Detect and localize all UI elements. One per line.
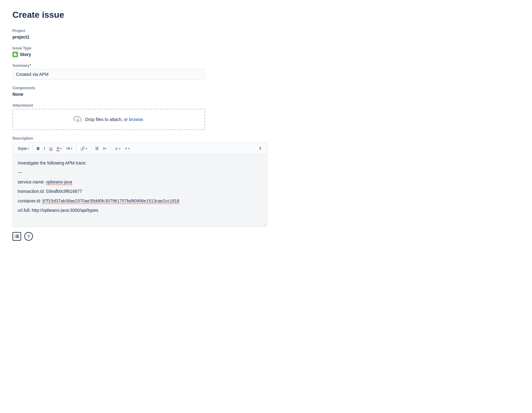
expand-icon: ⇑ <box>259 146 262 151</box>
description-editor: Style ▾ B I U A ▾ ᵃA ▾ 🔗 ▾ ☰ <box>12 142 267 227</box>
upload-cloud-icon <box>73 116 82 123</box>
components-label: Components <box>12 86 267 90</box>
italic-button[interactable]: I <box>42 145 47 152</box>
attachment-field: Attachment Drop files to attach, or brow… <box>12 103 267 130</box>
footer-icons: ? <box>12 232 267 241</box>
attachment-drop-zone[interactable]: Drop files to attach, or browse. <box>12 109 205 130</box>
bullet-list-button[interactable]: ☰ <box>93 145 101 152</box>
description-label: Description <box>12 136 267 141</box>
emoji-button[interactable]: ☺ ▾ <box>112 145 122 152</box>
list-icon <box>15 234 19 238</box>
editor-content-area[interactable]: Investigate the following APM trace: ---… <box>13 155 267 221</box>
bold-button[interactable]: B <box>35 145 41 152</box>
required-indicator: * <box>30 63 31 68</box>
issue-type-row: Story <box>12 52 267 57</box>
svg-rect-0 <box>15 235 15 235</box>
description-line-container: container.id: 87f15d37ab38ae2370ae35dd0f… <box>18 197 262 204</box>
insert-button[interactable]: + ▾ <box>123 145 131 152</box>
svg-rect-3 <box>16 236 19 237</box>
help-button[interactable]: ? <box>24 232 33 241</box>
font-size-button[interactable]: ᵃA ▾ <box>64 145 74 152</box>
project-label: Project <box>12 29 267 33</box>
emoji-icon: ☺ <box>114 146 118 151</box>
style-chevron-icon: ▾ <box>27 147 29 150</box>
resize-handle[interactable]: ⌟ <box>13 221 267 227</box>
emoji-chevron-icon: ▾ <box>119 147 121 150</box>
issue-type-value: Story <box>20 52 31 57</box>
issue-type-label: Issue Type <box>12 46 267 50</box>
plus-icon: + <box>125 146 127 151</box>
description-line-service: service.name: opbeans-java <box>18 179 262 185</box>
bullet-list-icon: ☰ <box>95 146 99 151</box>
list-icon-button[interactable] <box>12 232 21 241</box>
font-size-chevron-icon: ▾ <box>71 147 72 150</box>
description-section: Description Style ▾ B I U A ▾ ᵃA ▾ 🔗 ▾ <box>12 136 267 227</box>
font-color-chevron-icon: ▾ <box>60 147 62 150</box>
page-title: Create issue <box>12 10 267 20</box>
underline-button[interactable]: U <box>48 145 54 152</box>
link-button[interactable]: 🔗 ▾ <box>78 145 89 152</box>
toolbar-divider-4 <box>110 146 111 152</box>
summary-input[interactable] <box>12 69 205 80</box>
svg-rect-2 <box>15 236 15 237</box>
description-line-2: --- <box>18 169 262 176</box>
svg-rect-4 <box>15 237 15 238</box>
browse-link[interactable]: browse. <box>129 117 144 122</box>
toolbar-divider-2 <box>76 146 76 152</box>
link-icon: 🔗 <box>80 146 85 151</box>
description-line-1: Investigate the following APM trace: <box>18 160 262 166</box>
drop-text: Drop files to attach, or browse. <box>85 117 144 122</box>
description-line-transaction: transaction.id: 03eafb0c9f616677 <box>18 188 262 195</box>
issue-type-field: Issue Type Story <box>12 46 267 57</box>
editor-toolbar: Style ▾ B I U A ▾ ᵃA ▾ 🔗 ▾ ☰ <box>13 143 267 155</box>
description-line-url: url.full: http://opbeans-java:3000/api/t… <box>18 207 262 214</box>
container-id-value: 87f15d37ab38ae2370ae35dd0fc307961757bd90… <box>42 198 179 204</box>
link-chevron-icon: ▾ <box>86 147 87 150</box>
components-value: None <box>12 92 23 97</box>
font-color-button[interactable]: A ▾ <box>55 145 63 152</box>
attachment-label: Attachment <box>12 103 267 108</box>
expand-button[interactable]: ⇑ <box>257 145 264 152</box>
project-field: Project project1 <box>12 29 267 40</box>
components-field: Components None <box>12 86 267 97</box>
svg-rect-1 <box>16 235 19 235</box>
summary-field: Summary* <box>12 63 267 80</box>
style-dropdown[interactable]: Style ▾ <box>16 145 31 152</box>
toolbar-divider-3 <box>91 146 91 152</box>
svg-rect-5 <box>16 237 19 238</box>
summary-label: Summary* <box>12 63 267 68</box>
insert-chevron-icon: ▾ <box>128 147 130 150</box>
story-icon <box>12 52 18 57</box>
help-icon: ? <box>27 234 30 239</box>
project-value: project1 <box>12 35 29 39</box>
numbered-list-icon: ⊨ <box>103 146 107 151</box>
service-name-value: opbeans-java <box>46 179 72 185</box>
toolbar-divider-1 <box>33 146 33 152</box>
numbered-list-button[interactable]: ⊨ <box>101 145 108 152</box>
